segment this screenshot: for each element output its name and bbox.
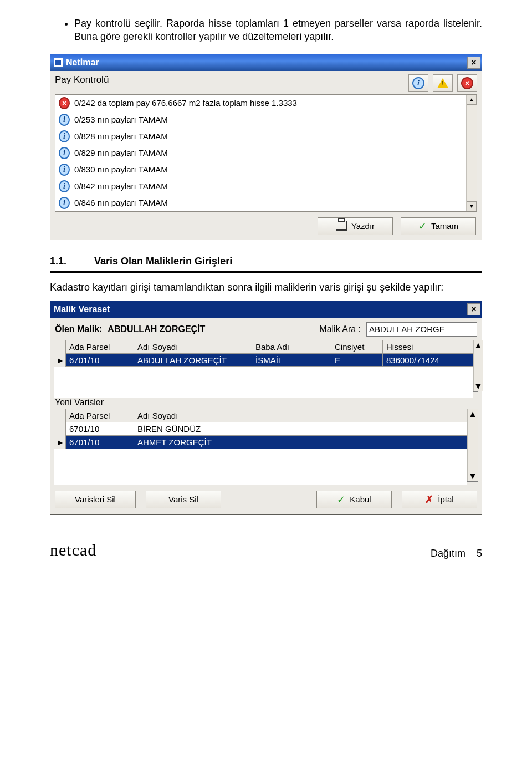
ok-button[interactable]: Tamam (401, 217, 476, 235)
filter-error-button[interactable] (457, 74, 477, 92)
netimar-title: Netİmar (66, 58, 99, 68)
close-icon: × (471, 58, 476, 67)
scroll-up-icon[interactable]: ▲ (474, 340, 483, 350)
table-cell: 6701/10 (66, 354, 134, 367)
pk-row[interactable]: 0/828 nın payları TAMAM (55, 128, 466, 145)
error-icon (59, 97, 70, 109)
close-button[interactable]: × (467, 57, 480, 69)
col-ada-parsel: Ada Parsel (66, 409, 134, 422)
info-icon (412, 77, 424, 89)
row-marker: ▶ (54, 436, 66, 449)
filter-warning-button[interactable] (433, 74, 453, 92)
table-cell: BİREN GÜNDÜZ (134, 422, 467, 436)
col-cinsiyet: Cinsiyet (331, 340, 383, 354)
section-title: Varis Olan Maliklerin Girişleri (94, 256, 232, 267)
check-icon (337, 495, 345, 505)
scroll-down-icon[interactable]: ▼ (468, 471, 477, 481)
info-icon (59, 114, 70, 126)
table-row[interactable]: ▶6701/10ABDULLAH ZORGEÇİTİSMAİLE836000/7… (54, 354, 473, 367)
table-cell: 836000/71424 (383, 354, 473, 367)
filter-info-button[interactable] (408, 74, 428, 92)
table-cell: 6701/10 (66, 436, 134, 449)
print-icon (336, 221, 347, 231)
print-button[interactable]: Yazdır (318, 217, 393, 235)
col-adi-soyadi: Adı Soyadı (134, 340, 252, 354)
varis-sil-label: Varis Sil (168, 495, 198, 504)
pk-row[interactable]: 0/830 nın payları TAMAM (55, 161, 466, 178)
malik-grid[interactable]: Ada Parsel Adı Soyadı Baba Adı Cinsiyet … (54, 340, 478, 392)
section-paragraph: Kadastro kayıtları girişi tamamlandıktan… (50, 281, 482, 294)
varis-sil-button[interactable]: Varis Sil (146, 491, 221, 508)
print-label: Yazdır (351, 221, 375, 231)
pk-toolbar (408, 74, 477, 92)
mv-close-button[interactable]: × (467, 303, 480, 315)
info-icon (59, 147, 70, 159)
scroll-down-icon[interactable]: ▼ (474, 381, 483, 391)
row-marker: ▶ (54, 354, 66, 367)
info-icon (59, 180, 70, 192)
close-icon: × (471, 305, 476, 314)
section-heading: 1.1. Varis Olan Maliklerin Girişleri (50, 256, 482, 269)
malik-grid-scrollbar[interactable]: ▲ ▼ (473, 340, 483, 391)
ok-label: Tamam (431, 221, 458, 231)
varisleri-sil-button[interactable]: Varisleri Sil (55, 491, 136, 508)
pk-row-text: 0/828 nın payları TAMAM (74, 131, 168, 141)
footer-doc: Dağıtım (431, 548, 466, 559)
info-icon (59, 197, 70, 209)
col-adi-soyadi: Adı Soyadı (134, 409, 467, 422)
kabul-label: Kabul (350, 495, 371, 504)
malik-ara-label: Malik Ara : (319, 324, 361, 334)
pk-row[interactable]: 0/846 nın payları TAMAM (55, 195, 466, 211)
intro-bullet: Pay kontrolü seçilir. Raporda hisse topl… (74, 17, 482, 44)
pk-row[interactable]: 0/253 nın payları TAMAM (55, 111, 466, 128)
error-icon (461, 77, 473, 89)
netimar-titlebar[interactable]: Netİmar × (50, 54, 482, 71)
olen-malik-label: Ölen Malik: (55, 324, 102, 334)
scroll-down-icon[interactable]: ▼ (467, 201, 477, 211)
pk-row[interactable]: 0/242 da toplam pay 676.6667 m2 fazla to… (55, 95, 466, 111)
table-cell: İSMAİL (252, 354, 331, 367)
row-marker (54, 422, 66, 436)
pk-scrollbar[interactable]: ▲ ▼ (466, 95, 477, 211)
scroll-up-icon[interactable]: ▲ (468, 409, 477, 419)
info-icon (59, 130, 70, 142)
varisleri-sil-label: Varisleri Sil (75, 495, 116, 504)
table-row[interactable]: 6701/10BİREN GÜNDÜZ (54, 422, 467, 436)
malik-ara-input[interactable] (366, 322, 477, 337)
info-icon (59, 164, 70, 176)
yeni-varisler-label: Yeni Varisler (55, 398, 478, 408)
varisler-grid-scrollbar[interactable]: ▲ ▼ (467, 409, 478, 481)
footer-rule (50, 537, 482, 537)
col-ada-parsel: Ada Parsel (66, 340, 134, 354)
pay-kontrolu-label: Pay Kontrolü (55, 74, 109, 85)
pk-row[interactable]: 0/842 nın payları TAMAM (55, 178, 466, 195)
table-cell: ABDULLAH ZORGEÇİT (134, 354, 252, 367)
section-rule (50, 271, 482, 273)
cancel-icon (425, 495, 433, 505)
brand-logo: netcad (50, 541, 96, 559)
varisler-grid[interactable]: Ada Parsel Adı Soyadı 6701/10BİREN GÜNDÜ… (54, 409, 478, 482)
page-footer: netcad Dağıtım 5 (50, 541, 482, 559)
scroll-up-icon[interactable]: ▲ (467, 95, 477, 105)
col-hissesi: Hissesi (383, 340, 473, 354)
malik-veraset-dialog: Malik Veraset × Ölen Malik: ABDULLAH ZOR… (50, 301, 482, 515)
table-cell: AHMET ZORGEÇİT (134, 436, 467, 449)
intro-bullet-list: Pay kontrolü seçilir. Raporda hisse topl… (50, 17, 482, 44)
pk-row-text: 0/253 nın payları TAMAM (74, 115, 168, 124)
mv-titlebar[interactable]: Malik Veraset × (50, 301, 482, 318)
kabul-button[interactable]: Kabul (316, 491, 392, 508)
iptal-button[interactable]: İptal (402, 491, 477, 508)
pk-row-text: 0/842 nın payları TAMAM (74, 181, 168, 191)
pk-list: 0/242 da toplam pay 676.6667 m2 fazla to… (55, 94, 477, 212)
iptal-label: İptal (438, 495, 453, 504)
section-number: 1.1. (50, 256, 66, 267)
pk-row-text: 0/846 nın payları TAMAM (74, 198, 168, 207)
olen-malik-value: ABDULLAH ZORGEÇİT (108, 324, 205, 334)
warning-icon (437, 78, 448, 88)
varisler-grid-header: Ada Parsel Adı Soyadı (54, 409, 467, 422)
pk-row-text: 0/829 nın payları TAMAM (74, 148, 168, 157)
malik-grid-header: Ada Parsel Adı Soyadı Baba Adı Cinsiyet … (54, 340, 473, 354)
table-row[interactable]: ▶6701/10AHMET ZORGEÇİT (54, 436, 467, 449)
pk-row[interactable]: 0/829 nın payları TAMAM (55, 145, 466, 161)
table-cell: 6701/10 (66, 422, 134, 436)
